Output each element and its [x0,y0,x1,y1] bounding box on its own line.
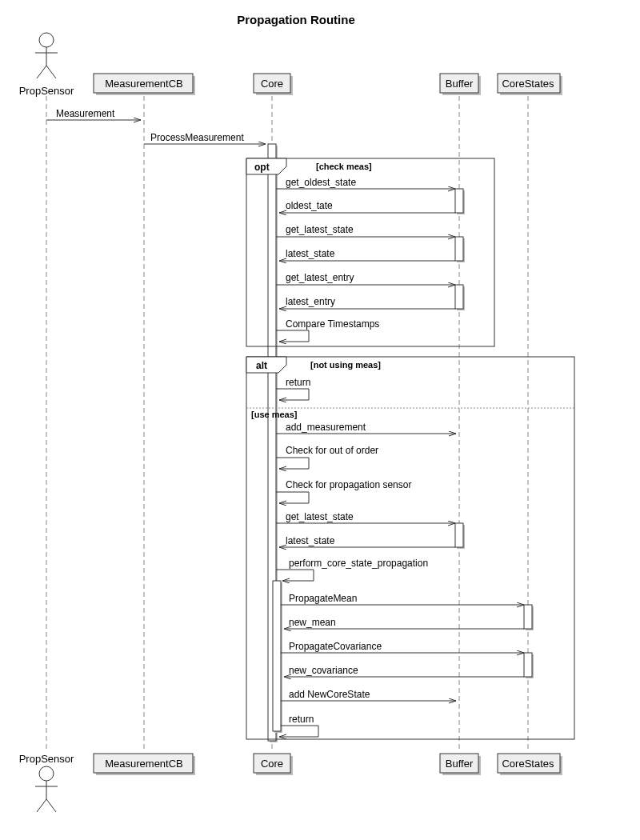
participant-propsensor-top: PropSensor [19,33,74,97]
activation-core-nested [273,581,281,731]
msg-measurement-label: Measurement [56,108,115,119]
sequence-diagram: Propagation Routine PropSensor Measureme… [0,0,640,840]
msg-latest-entry-label: latest_entry [286,296,335,307]
msg-latest-state-2-label: latest_state [286,535,335,546]
svg-text:MeasurementCB: MeasurementCB [105,758,183,770]
msg-get-latest-state-2-label: get_latest_state [286,511,354,522]
fragment-alt-guard1: [not using meas] [310,360,381,370]
msg-compare-timestamps [276,330,309,342]
msg-check-propsensor [276,492,309,503]
msg-get-oldest-state-label: get_oldest_state [286,177,356,188]
fragment-alt-label: alt [256,360,267,371]
msg-get-latest-state-1-label: get_latest_state [286,224,354,235]
participant-propsensor-label: PropSensor [19,85,74,97]
msg-perform-prop-label: perform_core_state_propagation [289,558,428,569]
participant-core-bottom: Core [254,754,293,775]
svg-line-29 [37,799,46,812]
participant-buffer-label: Buffer [446,78,474,90]
participant-core-top: Core [254,74,293,95]
msg-new-mean-label: new_mean [289,617,336,628]
msg-check-ooo [276,458,309,469]
participant-measurementcb-top: MeasurementCB [94,74,195,95]
svg-text:CoreStates: CoreStates [502,758,554,770]
participant-buffer-bottom: Buffer [440,754,481,775]
participant-corestates-label: CoreStates [502,78,554,90]
msg-return-2 [279,726,318,737]
activation-buffer-2 [455,237,463,261]
msg-check-ooo-label: Check for out of order [286,445,378,456]
svg-line-4 [46,66,56,78]
msg-perform-prop [276,570,314,581]
activation-buffer-3 [455,285,463,309]
diagram-title: Propagation Routine [237,13,355,26]
activation-buffer-1 [455,189,463,213]
participant-propsensor-bottom: PropSensor [19,753,74,812]
msg-return-2-label: return [289,714,314,725]
msg-propagate-mean-label: PropagateMean [289,593,357,604]
msg-get-latest-entry-label: get_latest_entry [286,272,354,283]
svg-point-26 [39,766,54,781]
activation-buffer-4 [455,523,463,547]
participant-buffer-top: Buffer [440,74,481,95]
msg-compare-timestamps-label: Compare Timestamps [286,318,379,330]
svg-line-3 [37,66,46,78]
fragment-alt-guard2: [use meas] [251,410,298,419]
svg-text:PropSensor: PropSensor [19,753,74,765]
msg-return-1 [276,389,309,400]
fragment-opt-label: opt [254,162,270,173]
msg-return-1-label: return [286,377,310,388]
svg-line-30 [46,799,56,812]
participant-measurementcb-label: MeasurementCB [105,78,183,90]
activation-corestates-1 [524,605,532,629]
fragment-opt-guard: [check meas] [316,162,372,171]
msg-add-measurement-label: add_measurement [286,422,366,433]
svg-text:Buffer: Buffer [446,758,474,770]
msg-latest-state-1-label: latest_state [286,248,335,259]
activation-corestates-2 [524,653,532,677]
svg-point-0 [39,33,54,47]
msg-check-propsensor-label: Check for propagation sensor [286,479,411,490]
msg-new-cov-label: new_covariance [289,665,358,676]
msg-add-newcorestate-label: add NewCoreState [289,689,370,700]
msg-oldest-tate-label: oldest_tate [286,200,333,211]
participant-corestates-top: CoreStates [498,74,562,95]
participant-measurementcb-bottom: MeasurementCB [94,754,195,775]
msg-propagate-cov-label: PropagateCovariance [289,641,382,652]
svg-text:Core: Core [261,758,283,770]
participant-corestates-bottom: CoreStates [498,754,562,775]
participant-core-label: Core [261,78,283,90]
msg-processmeasurement-label: ProcessMeasurement [150,132,244,143]
